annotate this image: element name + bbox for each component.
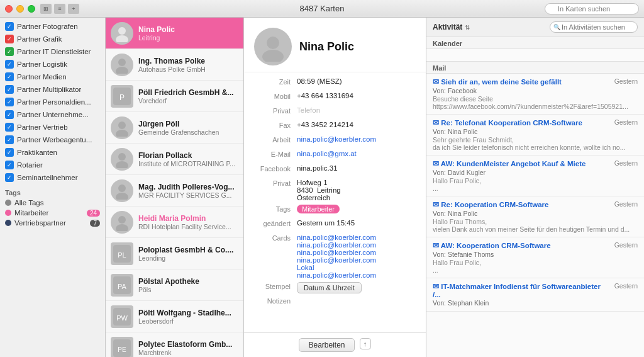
- checkbox-partner-fotografen[interactable]: ✓: [5, 22, 14, 31]
- card-link-1[interactable]: nina.polic@koerbler.com: [297, 234, 416, 241]
- mail-item-0[interactable]: ✉ Sieh dir an, wem deine Seite gefällt G…: [426, 74, 644, 115]
- contact-sub-poltl-wolfgang: Leobersdorf: [138, 317, 238, 325]
- contact-item-judith-polleres[interactable]: Mag. Judith Polleres-Vog... MGR FACILITY…: [106, 175, 243, 207]
- detail-value-arbeit[interactable]: nina.polic@koerbler.com: [297, 135, 416, 147]
- contact-item-poltl-wolfgang[interactable]: PW Pöltl Wolfgang - Stadlhe... Leobersdo…: [106, 301, 243, 332]
- mail-item-1[interactable]: ✉ Re: Telefonat Kooperation CRM-Software…: [426, 115, 644, 156]
- sidebar-item-partner-vertrieb[interactable]: ✓ Partner Vertrieb: [0, 121, 105, 133]
- sidebar-item-partner-fotografen[interactable]: ✓ Partner Fotografen: [0, 20, 105, 33]
- close-button[interactable]: [5, 5, 13, 13]
- svg-text:PW: PW: [116, 314, 128, 322]
- search-input[interactable]: [545, 3, 639, 14]
- view-icon[interactable]: ⊞: [40, 4, 52, 14]
- mail-date-4: Gestern: [614, 241, 638, 249]
- tag-alle-tags[interactable]: Alle Tags: [0, 198, 105, 208]
- contact-item-nina-polic[interactable]: Nina Polic Leitring: [106, 18, 243, 49]
- contact-item-poloplast[interactable]: PL Poloplast GesmbH & Co.... Leonding: [106, 238, 243, 269]
- mail-subject-1: ✉ Re: Telefonat Kooperation CRM-Software: [433, 118, 609, 127]
- detail-value-tags: Mitarbeiter: [297, 205, 416, 216]
- toolbar-icons: ⊞ ≡ +: [40, 4, 79, 14]
- stempel-button[interactable]: Datum & Uhrzeit: [297, 282, 362, 293]
- checkbox-partner-it[interactable]: ✓: [5, 47, 14, 56]
- mail-item-5[interactable]: ✉ IT-Matchmaker Infodienst für Softwarea…: [426, 278, 644, 312]
- checkbox-partner-medien[interactable]: ✓: [5, 72, 14, 81]
- list-icon[interactable]: ≡: [54, 4, 65, 14]
- contact-item-polytec-elastoform[interactable]: PE Polytec Elastoform Gmb... Marchtrenk: [106, 332, 243, 357]
- tag-mitarbeiter-count: 24: [87, 210, 100, 217]
- sidebar-item-partner-unternehme[interactable]: ✓ Partner Unternehme...: [0, 108, 105, 121]
- contact-item-poll-friedrich[interactable]: P Pöll Friedrich GesmbH &... Vorchdorf: [106, 81, 243, 112]
- detail-value-notizen: [297, 297, 416, 308]
- checkbox-seminarteilnehmer[interactable]: ✓: [5, 173, 14, 182]
- mail-preview2-4: ...: [433, 266, 638, 274]
- maximize-button[interactable]: [28, 5, 35, 13]
- share-button[interactable]: ↑: [360, 338, 371, 349]
- tag-mitarbeiter[interactable]: Mitarbeiter 24: [0, 208, 105, 218]
- tag-mitarbeiter-badge[interactable]: Mitarbeiter: [297, 205, 340, 213]
- detail-row-stempel: Stempel Datum & Uhrzeit: [254, 282, 416, 293]
- minimize-button[interactable]: [16, 5, 24, 13]
- contact-sub-florian-pollack: Institute of MICROTRAINING P...: [138, 160, 238, 167]
- checkbox-partner-werbeagentu[interactable]: ✓: [5, 135, 14, 144]
- edit-button[interactable]: Bearbeiten: [299, 338, 354, 352]
- tag-vertriebspartner[interactable]: Vertriebspartner 7: [0, 218, 105, 228]
- svg-point-9: [116, 161, 128, 168]
- contact-avatar-nina-polic: [111, 22, 133, 45]
- sidebar-item-praktikanten[interactable]: ✓ Praktikanten: [0, 146, 105, 159]
- mail-item-2[interactable]: ✉ AW: KundenMeister Angebot Kauf & Miete…: [426, 156, 644, 196]
- contact-item-heidi-polmin[interactable]: Heidi Maria Polmin RDI Hotelplan Facilit…: [106, 207, 243, 238]
- card-link-2[interactable]: nina.polic@koerbler.com: [297, 241, 416, 249]
- svg-text:PL: PL: [118, 251, 126, 259]
- contact-item-florian-pollack[interactable]: Florian Pollack Institute of MICROTRAINI…: [106, 144, 243, 175]
- activity-sort-icon[interactable]: ⇅: [465, 24, 470, 31]
- detail-label-zeit: Zeit: [254, 77, 291, 89]
- sidebar-item-partner-multiplikator[interactable]: ✓ Partner Multiplikator: [0, 83, 105, 96]
- contact-item-jurgen-poll[interactable]: Jürgen Pöll Gemeinde Grafenschachen: [106, 112, 243, 144]
- tag-vertriebspartner-count: 7: [90, 220, 100, 227]
- card-link-4[interactable]: nina.polic@koerbler.com: [297, 256, 416, 264]
- svg-point-6: [118, 122, 126, 129]
- sidebar-item-partner-medien[interactable]: ✓ Partner Medien: [0, 71, 105, 83]
- mail-item-4[interactable]: ✉ AW: Kooperation CRM-Software Gestern V…: [426, 237, 644, 278]
- avatar-judith-polleres: [111, 179, 133, 202]
- card-link-5[interactable]: nina.polic@koerbler.com: [297, 271, 416, 279]
- mail-item-3[interactable]: ✉ Re: Kooperation CRM-Software Gestern V…: [426, 196, 644, 237]
- detail-panel: Nina Polic Zeit 08:59 (MESZ) Mobil +43 6…: [244, 18, 426, 357]
- mail-from-3: Von: Nina Polic: [433, 210, 638, 217]
- mail-from-2: Von: David Kugler: [433, 169, 638, 176]
- checkbox-partner-vertrieb[interactable]: ✓: [5, 123, 14, 132]
- contact-item-polstal-apotheke[interactable]: PA Pölstal Apotheke Pöls: [106, 269, 243, 301]
- checkbox-partner-logistik[interactable]: ✓: [5, 60, 14, 69]
- activity-search-input[interactable]: [550, 21, 638, 33]
- add-icon[interactable]: +: [68, 4, 79, 14]
- sidebar-item-partner-grafik[interactable]: ✓ Partner Grafik: [0, 33, 105, 45]
- detail-value-fax: +43 3452 214214: [297, 121, 416, 132]
- sidebar-item-seminarteilnehmer[interactable]: ✓ Seminarteilnehmer: [0, 171, 105, 184]
- detail-name: Nina Polic: [299, 40, 354, 54]
- checkbox-partner-multiplikator[interactable]: ✓: [5, 85, 14, 94]
- checkbox-rotarier[interactable]: ✓: [5, 161, 14, 169]
- checkbox-partner-unternehme[interactable]: ✓: [5, 110, 14, 119]
- sidebar-item-partner-personaldien[interactable]: ✓ Partner Personaldien...: [0, 96, 105, 108]
- detail-row-mobil: Mobil +43 664 1331694: [254, 92, 416, 103]
- sidebar-item-partner-it[interactable]: ✓ Partner IT Dienstleister: [0, 45, 105, 58]
- card-link-lokal[interactable]: Lokal: [297, 264, 416, 271]
- sidebar-item-partner-werbeagentu[interactable]: ✓ Partner Werbeagentu...: [0, 133, 105, 146]
- sidebar-item-partner-logistik[interactable]: ✓ Partner Logistik: [0, 58, 105, 71]
- detail-value-address: Hofweg 18430 LeitringÖsterreich: [297, 179, 416, 201]
- detail-value-stempel: Datum & Uhrzeit: [297, 282, 416, 293]
- sidebar-groups: ✓ Partner Fotografen ✓ Partner Grafik ✓ …: [0, 20, 105, 184]
- kalender-section: Kalender: [426, 37, 644, 49]
- traffic-lights: [5, 5, 35, 13]
- checkbox-partner-grafik[interactable]: ✓: [5, 35, 14, 43]
- activity-header: Aktivität ⇅ 🔍: [426, 18, 644, 37]
- checkbox-praktikanten[interactable]: ✓: [5, 148, 14, 157]
- card-link-3[interactable]: nina.polic@koerbler.com: [297, 249, 416, 256]
- detail-label-arbeit: Arbeit: [254, 135, 291, 147]
- sidebar-item-rotarier[interactable]: ✓ Rotarier: [0, 159, 105, 171]
- detail-value-email[interactable]: nina.polic@gmx.at: [297, 150, 416, 161]
- title-search-area: 🔍: [545, 3, 639, 14]
- contact-item-thomas-polke[interactable]: Ing. Thomas Polke Autohaus Polke GmbH: [106, 49, 243, 81]
- detail-label-stempel: Stempel: [254, 282, 291, 293]
- checkbox-partner-personaldien[interactable]: ✓: [5, 98, 14, 106]
